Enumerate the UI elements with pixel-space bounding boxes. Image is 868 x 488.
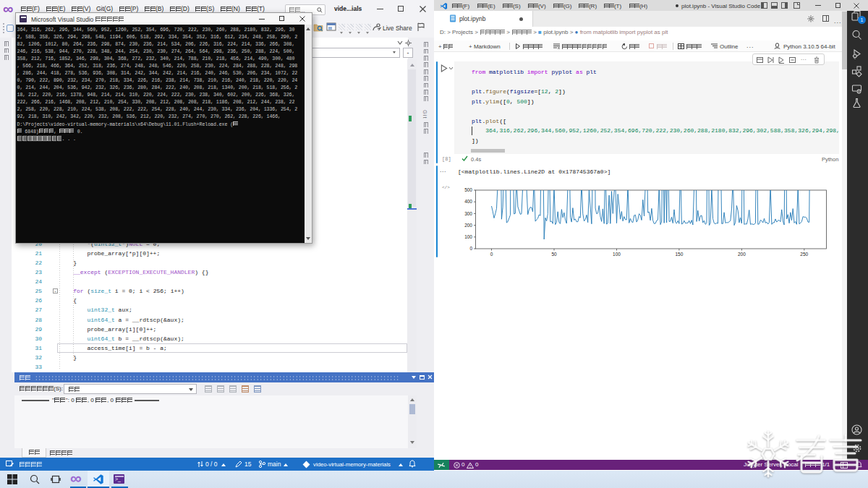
svg-text:50: 50 [551,252,557,257]
svg-text:200: 200 [738,252,746,257]
svg-text:100: 100 [464,234,472,239]
svg-text:250: 250 [800,252,808,257]
svg-text:0: 0 [469,246,472,251]
svg-text:150: 150 [675,252,683,257]
svg-text:200: 200 [464,223,472,228]
svg-text:0: 0 [490,252,493,257]
svg-text:100: 100 [613,252,621,257]
svg-text:400: 400 [464,199,472,204]
svg-text:300: 300 [464,211,472,216]
svg-text:500: 500 [464,187,472,192]
